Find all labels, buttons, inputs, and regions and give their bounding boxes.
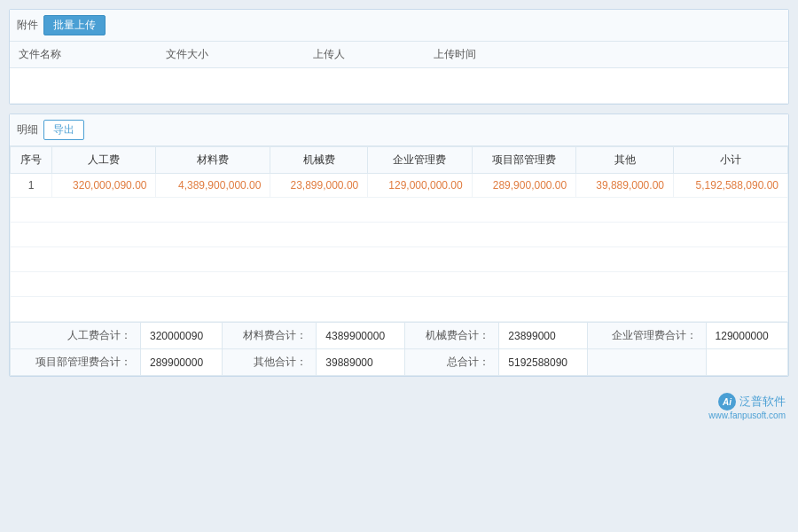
material-total-label: 材料费合计： — [223, 323, 317, 349]
detail-empty-cell5 — [11, 297, 788, 322]
labor-total-label: 人工费合计： — [11, 323, 141, 349]
detail-panel: 明细 导出 序号 人工费 材料费 机械费 企业管理费 项目部管理费 其他 小计 … — [9, 113, 789, 377]
col-labor: 人工费 — [52, 147, 156, 174]
detail-empty-row4 — [11, 272, 788, 297]
attachment-header-row: 文件名称 文件大小 上传人 上传时间 — [10, 42, 788, 68]
cell-mechanical: 23,899,000.00 — [270, 174, 368, 198]
col-other: 其他 — [576, 147, 674, 174]
col-project-mgmt: 项目部管理费 — [472, 147, 575, 174]
labor-total-value: 320000090 — [140, 323, 222, 349]
mechanical-total-value: 23899000 — [499, 323, 588, 349]
detail-empty-cell1 — [11, 198, 788, 223]
cell-subtotal: 5,192,588,090.00 — [673, 174, 787, 198]
detail-empty-cell4 — [11, 272, 788, 297]
cell-project-mgmt: 289,900,000.00 — [472, 174, 575, 198]
cell-labor: 320,000,090.00 — [52, 174, 156, 198]
detail-empty-row2 — [11, 223, 788, 247]
col-enterprise-mgmt: 企业管理费 — [368, 147, 472, 174]
batch-upload-button[interactable]: 批量上传 — [43, 15, 106, 35]
attachment-panel-header: 附件 批量上传 — [10, 10, 788, 42]
project-mgmt-total-label: 项目部管理费合计： — [11, 349, 141, 376]
enterprise-mgmt-total-label: 企业管理费合计： — [588, 323, 706, 349]
col-subtotal: 小计 — [673, 147, 787, 174]
col-extra2 — [615, 42, 659, 68]
project-mgmt-total-value: 289900000 — [140, 349, 222, 376]
col-extra1 — [572, 42, 615, 68]
export-button[interactable]: 导出 — [43, 120, 84, 140]
material-total-value: 4389900000 — [317, 323, 405, 349]
detail-data-row: 1 320,000,090.00 4,389,900,000.00 23,899… — [11, 174, 788, 198]
cell-seq: 1 — [11, 174, 52, 198]
grand-total-label: 总合计： — [405, 349, 499, 376]
detail-empty-row5 — [11, 297, 788, 322]
enterprise-mgmt-total-value: 129000000 — [706, 323, 787, 349]
brand-url: www.fanpusoft.com — [12, 411, 786, 420]
col-uploader: 上传人 — [304, 42, 426, 68]
detail-empty-cell3 — [11, 247, 788, 272]
summary-empty-label — [588, 349, 706, 376]
brand-logo: Ai — [718, 393, 736, 411]
summary-table: 人工费合计： 320000090 材料费合计： 4389900000 机械费合计… — [10, 322, 788, 376]
summary-row-1: 人工费合计： 320000090 材料费合计： 4389900000 机械费合计… — [11, 323, 788, 349]
col-filename: 文件名称 — [10, 42, 157, 68]
mechanical-total-label: 机械费合计： — [405, 323, 499, 349]
detail-table: 序号 人工费 材料费 机械费 企业管理费 项目部管理费 其他 小计 1 320,… — [10, 146, 788, 322]
attachment-empty-row — [10, 68, 788, 104]
col-uploadtime: 上传时间 — [425, 42, 572, 68]
cell-enterprise-mgmt: 129,000,000.00 — [368, 174, 472, 198]
brand-name: 泛普软件 — [739, 394, 786, 410]
detail-empty-row3 — [11, 247, 788, 272]
col-mechanical: 机械费 — [270, 147, 368, 174]
detail-panel-header: 明细 导出 — [10, 114, 788, 146]
attachment-empty-cell — [10, 68, 788, 104]
brand-icon: Ai 泛普软件 — [718, 393, 786, 411]
detail-empty-row1 — [11, 198, 788, 223]
attachment-table: 文件名称 文件大小 上传人 上传时间 — [10, 42, 788, 104]
summary-row-2: 项目部管理费合计： 289900000 其他合计： 39889000 总合计： … — [11, 349, 788, 376]
attachment-panel: 附件 批量上传 文件名称 文件大小 上传人 上传时间 — [9, 9, 789, 105]
attachment-label: 附件 — [17, 18, 38, 33]
cell-other: 39,889,000.00 — [576, 174, 674, 198]
grand-total-value: 5192588090 — [499, 349, 588, 376]
cell-material: 4,389,900,000.00 — [156, 174, 270, 198]
col-filesize: 文件大小 — [157, 42, 304, 68]
page-footer: Ai 泛普软件 www.fanpusoft.com — [9, 386, 789, 422]
page-wrapper: 附件 批量上传 文件名称 文件大小 上传人 上传时间 — [0, 0, 798, 532]
col-extra5 — [745, 42, 788, 68]
col-seq: 序号 — [11, 147, 52, 174]
col-extra3 — [659, 42, 702, 68]
detail-header-row: 序号 人工费 材料费 机械费 企业管理费 项目部管理费 其他 小计 — [11, 147, 788, 174]
summary-empty-value — [706, 349, 787, 376]
other-total-label: 其他合计： — [223, 349, 317, 376]
detail-label: 明细 — [17, 122, 38, 137]
col-material: 材料费 — [156, 147, 270, 174]
other-total-value: 39889000 — [317, 349, 405, 376]
detail-empty-cell2 — [11, 223, 788, 247]
col-extra4 — [701, 42, 745, 68]
